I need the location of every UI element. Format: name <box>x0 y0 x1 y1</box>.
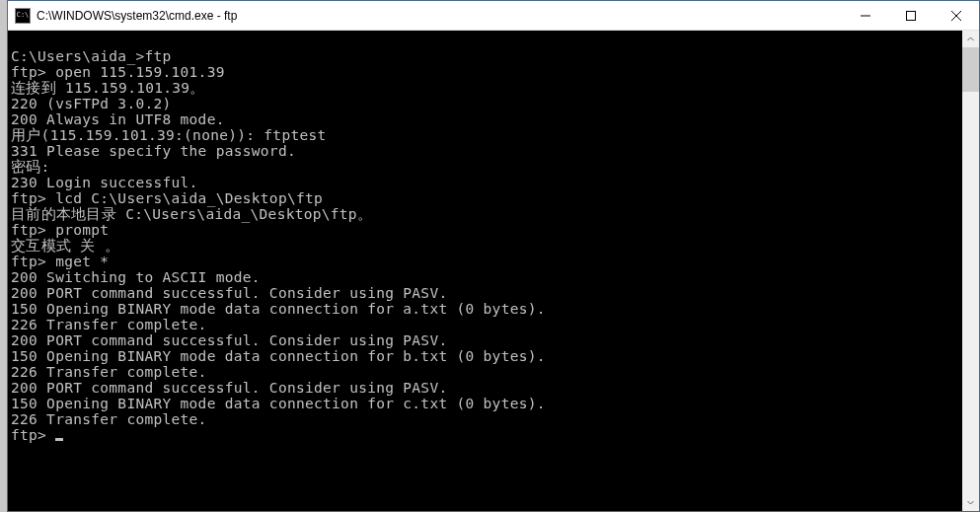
terminal-line <box>11 33 962 48</box>
window-title: C:\WINDOWS\system32\cmd.exe - ftp <box>37 9 843 23</box>
chevron-down-icon <box>967 499 974 506</box>
terminal-line: 交互模式 关 。 <box>11 238 962 254</box>
terminal-line: 200 Switching to ASCII mode. <box>11 269 962 285</box>
terminal-line: 150 Opening BINARY mode data connection … <box>11 348 962 364</box>
terminal-line: 226 Transfer complete. <box>11 411 962 427</box>
terminal-line: 226 Transfer complete. <box>11 317 962 332</box>
chevron-up-icon <box>967 36 974 42</box>
svg-rect-1 <box>907 11 916 20</box>
terminal-line: 226 Transfer complete. <box>11 364 962 380</box>
terminal-line: 230 Login successful. <box>11 175 962 190</box>
terminal-line: 密码: <box>11 159 962 175</box>
maximize-button[interactable] <box>888 1 934 30</box>
terminal-line: 用户(115.159.101.39:(none)): ftptest <box>11 127 962 143</box>
ftp-prompt: ftp> <box>11 427 55 443</box>
maximize-icon <box>906 11 916 21</box>
cmd-window: C:\ C:\WINDOWS\system32\cmd.exe - ftp C:… <box>7 0 980 512</box>
scrollbar-thumb[interactable] <box>962 47 979 92</box>
terminal-line: C:\Users\aida_>ftp <box>11 48 962 64</box>
close-button[interactable] <box>934 1 979 30</box>
terminal-line: 200 Always in UTF8 mode. <box>11 111 962 127</box>
app-icon: C:\ <box>15 8 31 24</box>
terminal-line: 150 Opening BINARY mode data connection … <box>11 301 962 317</box>
terminal-line: 220 (vsFTPd 3.0.2) <box>11 96 962 111</box>
terminal-area[interactable]: C:\Users\aida_>ftpftp> open 115.159.101.… <box>8 31 979 511</box>
terminal-line: ftp> lcd C:\Users\aida_\Desktop\ftp <box>11 190 962 206</box>
terminal-prompt-line: ftp> <box>11 427 962 443</box>
terminal-line: 连接到 115.159.101.39。 <box>11 80 962 96</box>
terminal-line: 200 PORT command successful. Consider us… <box>11 380 962 396</box>
terminal-line: 150 Opening BINARY mode data connection … <box>11 396 962 411</box>
terminal-line: ftp> open 115.159.101.39 <box>11 64 962 80</box>
scrollbar-track[interactable] <box>962 31 979 511</box>
terminal-line: 200 PORT command successful. Consider us… <box>11 285 962 301</box>
cursor <box>55 438 63 441</box>
minimize-icon <box>861 11 870 21</box>
app-icon-text: C:\ <box>17 12 30 19</box>
close-icon <box>951 11 961 21</box>
terminal-line: 目前的本地目录 C:\Users\aida_\Desktop\ftp。 <box>11 206 962 222</box>
terminal-line: ftp> mget * <box>11 254 962 269</box>
minimize-button[interactable] <box>843 1 888 30</box>
terminal-line: 200 PORT command successful. Consider us… <box>11 332 962 348</box>
terminal-content: C:\Users\aida_>ftpftp> open 115.159.101.… <box>8 31 962 511</box>
window-controls <box>843 1 979 30</box>
background-strip <box>0 0 7 512</box>
terminal-line: ftp> prompt <box>11 222 962 238</box>
terminal-line: 331 Please specify the password. <box>11 143 962 159</box>
title-bar[interactable]: C:\ C:\WINDOWS\system32\cmd.exe - ftp <box>8 1 979 31</box>
scrollbar-down-button[interactable] <box>962 494 979 511</box>
scrollbar-up-button[interactable] <box>962 31 979 47</box>
